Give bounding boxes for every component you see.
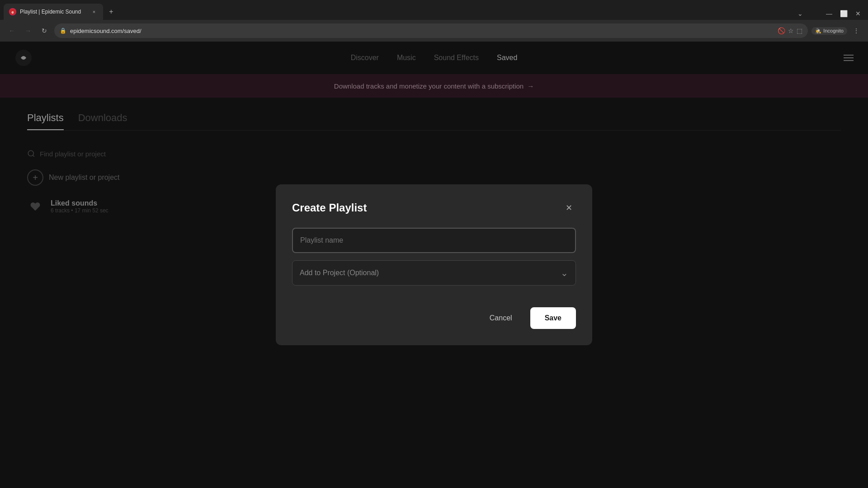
modal-title: Create Playlist bbox=[292, 202, 367, 214]
forward-button[interactable]: → bbox=[22, 24, 34, 37]
url-text: epidemicsound.com/saved/ bbox=[70, 28, 774, 34]
playlist-name-input[interactable] bbox=[292, 228, 576, 253]
close-button[interactable]: ✕ bbox=[852, 7, 864, 20]
modal-header: Create Playlist ✕ bbox=[292, 201, 576, 215]
svg-text:e: e bbox=[11, 10, 14, 14]
address-bar[interactable]: 🔒 epidemicsound.com/saved/ 🚫 ☆ ⬚ bbox=[54, 23, 808, 38]
incognito-icon: 🕵 bbox=[815, 28, 821, 34]
back-button[interactable]: ← bbox=[5, 24, 18, 37]
device-icon[interactable]: ⬚ bbox=[797, 27, 802, 34]
refresh-button[interactable]: ↻ bbox=[38, 24, 51, 37]
browser-chrome: e Playlist | Epidemic Sound × + ⌄ — ⬜ ✕ … bbox=[0, 0, 868, 42]
tab-title: Playlist | Epidemic Sound bbox=[20, 9, 87, 15]
incognito-badge: 🕵 Incognito bbox=[811, 27, 847, 35]
cancel-button[interactable]: Cancel bbox=[477, 307, 525, 329]
browser-right-icons: 🕵 Incognito ⋮ bbox=[811, 24, 863, 37]
tab-close-button[interactable]: × bbox=[90, 8, 98, 15]
app: Discover Music Sound Effects Saved Downl… bbox=[0, 42, 868, 488]
project-dropdown-label: Add to Project (Optional) bbox=[300, 269, 379, 277]
active-tab[interactable]: e Playlist | Epidemic Sound × bbox=[4, 4, 103, 20]
lock-icon: 🔒 bbox=[60, 28, 66, 34]
chevron-down-icon: ⌄ bbox=[561, 267, 568, 278]
camera-off-icon: 🚫 bbox=[778, 27, 785, 34]
save-button[interactable]: Save bbox=[530, 307, 576, 329]
incognito-label: Incognito bbox=[823, 28, 844, 33]
extensions-button[interactable]: ⋮ bbox=[850, 24, 863, 37]
tab-dropdown-icon[interactable]: ⌄ bbox=[797, 10, 803, 17]
address-bar-icons: 🚫 ☆ ⬚ bbox=[778, 27, 802, 34]
browser-controls: ← → ↻ 🔒 epidemicsound.com/saved/ 🚫 ☆ ⬚ 🕵… bbox=[0, 20, 868, 42]
minimize-button[interactable]: — bbox=[823, 7, 835, 20]
new-tab-button[interactable]: + bbox=[105, 5, 118, 18]
project-dropdown[interactable]: Add to Project (Optional) ⌄ bbox=[292, 260, 576, 286]
star-icon[interactable]: ☆ bbox=[788, 27, 794, 34]
maximize-button[interactable]: ⬜ bbox=[837, 7, 850, 20]
modal-overlay: Create Playlist ✕ Add to Project (Option… bbox=[0, 42, 868, 488]
modal-actions: Cancel Save bbox=[292, 307, 576, 329]
create-playlist-modal: Create Playlist ✕ Add to Project (Option… bbox=[276, 184, 592, 345]
modal-close-button[interactable]: ✕ bbox=[561, 201, 576, 215]
tab-favicon: e bbox=[9, 8, 16, 15]
tab-bar-right: ⌄ — ⬜ ✕ bbox=[797, 7, 868, 20]
tab-bar: e Playlist | Epidemic Sound × + ⌄ — ⬜ ✕ bbox=[0, 0, 868, 20]
